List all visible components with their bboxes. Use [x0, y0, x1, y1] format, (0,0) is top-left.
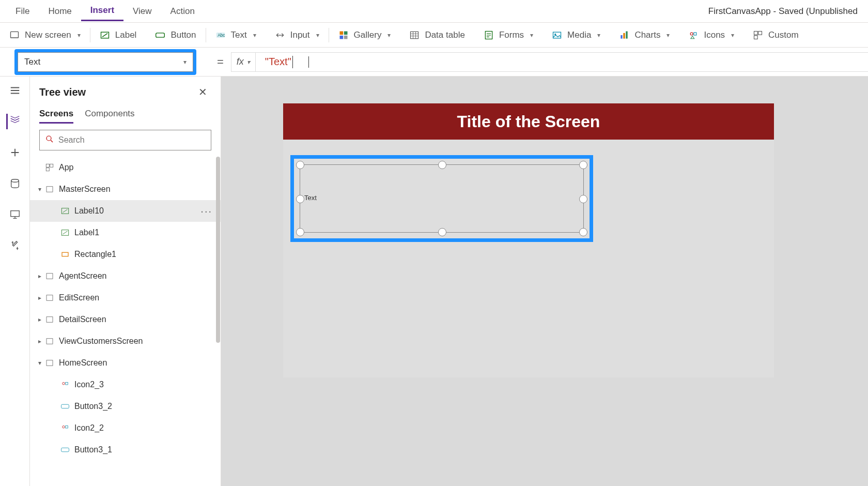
- label-button[interactable]: Label: [90, 23, 146, 48]
- tab-screens[interactable]: Screens: [39, 105, 73, 124]
- icon-control-icon: [60, 423, 70, 433]
- svg-rect-30: [62, 252, 68, 256]
- chevron-down-icon: ▾: [530, 32, 533, 39]
- property-dropdown-highlight: Text ▾: [14, 49, 196, 75]
- media-button[interactable]: Media ▾: [542, 23, 610, 48]
- screen-icon: [44, 314, 55, 325]
- tools-icon[interactable]: [7, 238, 23, 253]
- menu-view[interactable]: View: [123, 2, 161, 21]
- menu-file[interactable]: File: [6, 2, 39, 21]
- tree-node-label: Label1: [74, 228, 99, 237]
- more-icon[interactable]: ···: [197, 205, 215, 217]
- label-button-label: Label: [115, 30, 137, 40]
- resize-handle[interactable]: [296, 195, 304, 203]
- monitor-icon[interactable]: [7, 207, 23, 222]
- hamburger-icon[interactable]: [7, 83, 23, 98]
- chevron-down-icon: ▾: [183, 58, 187, 66]
- svg-rect-31: [47, 274, 53, 279]
- screen-title-label[interactable]: Title of the Screen: [283, 103, 774, 140]
- forms-button[interactable]: Forms ▾: [474, 23, 542, 48]
- data-icon[interactable]: [7, 176, 23, 191]
- tree-node-masterscreen[interactable]: ▾ MasterScreen: [30, 178, 221, 200]
- resize-handle[interactable]: [438, 228, 446, 236]
- formula-input[interactable]: "Text": [256, 52, 868, 72]
- svg-rect-9: [411, 32, 419, 38]
- secondary-cursor: [308, 56, 309, 68]
- selected-control[interactable]: Text: [300, 164, 584, 233]
- expand-icon[interactable]: ▾: [35, 359, 44, 367]
- expand-icon[interactable]: ▸: [35, 272, 44, 280]
- scrollbar-thumb[interactable]: [216, 157, 220, 343]
- gallery-button[interactable]: Gallery ▾: [329, 23, 400, 48]
- expand-icon[interactable]: ▸: [35, 294, 44, 301]
- menu-action[interactable]: Action: [161, 2, 204, 21]
- charts-button[interactable]: Charts ▾: [610, 23, 679, 48]
- resize-handle[interactable]: [579, 161, 587, 169]
- datatable-button[interactable]: Data table: [400, 23, 474, 48]
- svg-rect-40: [66, 426, 68, 429]
- tree-node-label1[interactable]: Label1: [30, 222, 221, 244]
- resize-handle[interactable]: [438, 161, 446, 169]
- resize-handle[interactable]: [296, 228, 304, 236]
- forms-button-label: Forms: [499, 30, 524, 40]
- svg-rect-15: [626, 31, 628, 38]
- gallery-icon: [338, 30, 349, 40]
- fx-button[interactable]: fx ▾: [231, 52, 256, 72]
- resize-handle[interactable]: [579, 195, 587, 203]
- text-button[interactable]: Abc Text ▾: [206, 23, 266, 48]
- custom-button[interactable]: Custom: [743, 23, 808, 48]
- input-button[interactable]: Input ▾: [266, 23, 329, 48]
- tree-node-button32[interactable]: Button3_2: [30, 396, 221, 417]
- menu-home[interactable]: Home: [39, 2, 81, 21]
- tree-node-label10[interactable]: Label10 ···: [30, 200, 221, 222]
- tree-node-button31[interactable]: Button3_1: [30, 439, 221, 461]
- svg-rect-18: [754, 31, 758, 35]
- app-title: FirstCanvasApp - Saved (Unpublished: [708, 6, 862, 17]
- close-icon[interactable]: ✕: [194, 84, 211, 100]
- rectangle-icon: [60, 249, 70, 260]
- tree-view-panel: Tree view ✕ Screens Components Search Ap…: [30, 77, 221, 486]
- screen-icon: [44, 184, 55, 194]
- resize-handle[interactable]: [579, 228, 587, 236]
- chevron-down-icon: ▾: [731, 32, 734, 39]
- text-cursor: [292, 56, 293, 68]
- tree-node-detailscreen[interactable]: ▸ DetailScreen: [30, 309, 221, 330]
- chevron-down-icon: ▾: [597, 32, 600, 39]
- tree-node-homescreen[interactable]: ▾ HomeScreen: [30, 352, 221, 374]
- label-icon: [60, 227, 70, 238]
- expand-icon[interactable]: ▸: [35, 338, 44, 345]
- tree-node-editscreen[interactable]: ▸ EditScreen: [30, 287, 221, 309]
- tree-node-agentscreen[interactable]: ▸ AgentScreen: [30, 265, 221, 287]
- tab-components[interactable]: Components: [85, 105, 134, 124]
- tree-node-app[interactable]: App: [30, 157, 221, 178]
- formula-text: "Text": [265, 56, 291, 68]
- tree-node-viewcustomersscreen[interactable]: ▸ ViewCustomersScreen: [30, 330, 221, 352]
- search-input[interactable]: Search: [39, 130, 211, 150]
- resize-handle[interactable]: [296, 161, 304, 169]
- tree-node-label: Rectangle1: [74, 250, 116, 259]
- menu-insert[interactable]: Insert: [81, 1, 123, 21]
- add-icon[interactable]: [7, 145, 23, 160]
- property-dropdown[interactable]: Text ▾: [18, 52, 193, 72]
- tree-node-icon22[interactable]: Icon2_2: [30, 417, 221, 439]
- expand-icon[interactable]: ▾: [35, 186, 44, 193]
- canvas-area[interactable]: Title of the Screen Text: [221, 77, 868, 486]
- tree-scroll[interactable]: App ▾ MasterScreen Label10 ··· Label1 Re…: [30, 157, 221, 486]
- new-screen-button[interactable]: New screen ▾: [0, 23, 90, 48]
- expand-icon[interactable]: ▸: [35, 316, 44, 323]
- tree-node-rectangle1[interactable]: Rectangle1: [30, 244, 221, 265]
- tree-node-label: ViewCustomersScreen: [59, 337, 143, 346]
- tree-node-icon23[interactable]: Icon2_3: [30, 374, 221, 396]
- svg-rect-32: [47, 295, 53, 301]
- icon-control-icon: [60, 379, 70, 390]
- button-button[interactable]: Button: [146, 23, 205, 48]
- tree-view-icon[interactable]: [6, 114, 22, 129]
- input-button-label: Input: [290, 30, 310, 40]
- svg-rect-24: [46, 164, 49, 167]
- icons-button[interactable]: Icons ▾: [679, 23, 743, 48]
- svg-point-36: [63, 383, 65, 385]
- tree-node-label: Button3_2: [74, 402, 112, 411]
- tree-node-label: App: [59, 163, 73, 172]
- svg-rect-22: [10, 211, 19, 217]
- screen-icon: [44, 336, 55, 346]
